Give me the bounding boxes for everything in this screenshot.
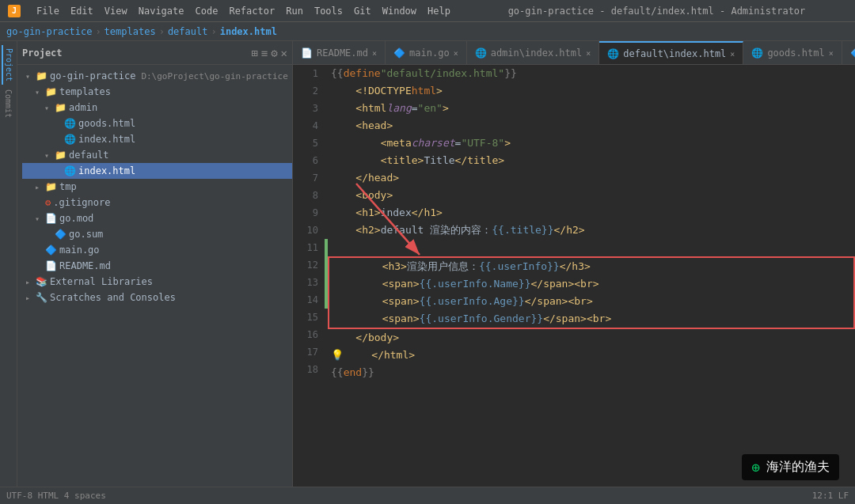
tree-tmp[interactable]: 📁 tmp (22, 179, 292, 195)
code-line-14: <span>{{.userInfo.Age}}</span><br> (329, 293, 853, 310)
folder-icon: 📁 (45, 86, 57, 97)
item-label: templates (59, 86, 111, 97)
tab-utils[interactable]: 🔷 utils.go × (842, 41, 855, 65)
tree-admin-index[interactable]: 🌐 index.html (22, 131, 292, 147)
left-tabs: Project Commit (0, 41, 17, 487)
code-content: 1 2 3 4 5 6 7 8 9 10 11 12 13 14 15 16 1… (293, 65, 855, 487)
file-tree: 📁 go-gin-practice D:\goProject\go-gin-pr… (0, 65, 292, 487)
tab-default-label: default\index.html (623, 48, 726, 59)
lib-icon: 📚 (36, 276, 48, 287)
tree-templates[interactable]: 📁 templates (22, 84, 292, 100)
tab-readme-label: README.md (317, 47, 368, 59)
go-icon: 🔷 (45, 244, 57, 256)
titlebar: J File Edit View Navigate Code Refactor … (0, 0, 855, 22)
tree-gomod[interactable]: 📄 go.mod (22, 210, 292, 226)
menu-file[interactable]: File (36, 6, 59, 17)
tab-goods[interactable]: 🌐 goods.html × (743, 41, 842, 65)
item-label: tmp (59, 181, 77, 192)
menu-view[interactable]: View (104, 6, 127, 17)
tree-external[interactable]: 📚 External Libraries (22, 274, 292, 290)
code-line-13: <span>{{.userInfo.Name}}</span><br> (329, 275, 853, 293)
mod-icon: 📄 (45, 213, 57, 224)
code-line-4: <head> (328, 117, 855, 135)
scratch-icon: 🔧 (36, 292, 48, 303)
code-line-8: <body> (328, 187, 855, 204)
folder-arrow (35, 214, 43, 223)
tree-readme[interactable]: 📄 README.md (22, 258, 292, 274)
tree-default[interactable]: 📁 default (22, 147, 292, 163)
breadcrumb-root[interactable]: go-gin-practice (6, 26, 92, 37)
html-icon: 🌐 (64, 118, 76, 129)
folder-arrow (25, 278, 33, 286)
tab-admin-close[interactable]: × (586, 49, 591, 58)
tree-maingo[interactable]: 🔷 main.go (22, 242, 292, 258)
tree-admin[interactable]: 📁 admin (22, 100, 292, 116)
editor-area: 📄 README.md × 🔷 main.go × 🌐 admin\index.… (293, 41, 855, 487)
panel-expand-icon[interactable]: ≡ (261, 47, 268, 59)
panel-close-icon[interactable]: ✕ (281, 47, 287, 59)
tab-main-label: main.go (409, 47, 450, 59)
tree-gitignore[interactable]: ⚙ .gitignore (22, 195, 292, 210)
status-left: UTF-8 HTML 4 spaces (6, 491, 106, 501)
app-logo: J (8, 5, 21, 17)
item-label: goods.html (78, 118, 135, 129)
menu-window[interactable]: Window (382, 6, 416, 17)
item-label: index.html (78, 165, 135, 176)
tab-goods-close[interactable]: × (829, 49, 834, 58)
panel-settings-icon[interactable]: ⚙ (271, 47, 277, 59)
folder-arrow (35, 183, 43, 191)
item-label: go.sum (69, 229, 103, 240)
code-line-10: <h2>default 渲染的内容：{{.title}}</h2> (328, 222, 855, 239)
root-path: D:\goProject\go-gin-practice (141, 71, 287, 81)
lightbulb-icon: 💡 (331, 347, 344, 364)
tab-readme[interactable]: 📄 README.md × (293, 41, 386, 65)
tree-goods-html[interactable]: 🌐 goods.html (22, 116, 292, 131)
tab-main-close[interactable]: × (454, 49, 458, 58)
code-line-9: <h1>index</h1> (328, 204, 855, 222)
menu-help[interactable]: Help (428, 6, 450, 17)
tab-admin-index[interactable]: 🌐 admin\index.html × (467, 41, 600, 65)
menu-refactor[interactable]: Refactor (229, 6, 275, 17)
breadcrumb-default[interactable]: default (168, 26, 208, 37)
item-label: default (69, 150, 109, 161)
menu-bar: File Edit View Navigate Code Refactor Ru… (36, 6, 450, 17)
folder-icon: 📁 (55, 150, 66, 161)
code-line-15: <span>{{.userInfo.Gender}}</span><br> (329, 310, 853, 328)
menu-navigate[interactable]: Navigate (139, 6, 184, 17)
code-line-2: <!DOCTYPE html> (328, 82, 855, 100)
breadcrumb-templates[interactable]: templates (104, 26, 156, 37)
tree-gosum[interactable]: 🔷 go.sum (22, 226, 292, 242)
project-tab[interactable]: Project (2, 45, 15, 85)
panel-toolbar: ⊞ ≡ ⚙ ✕ (251, 47, 287, 59)
commit-tab[interactable]: Commit (2, 86, 14, 121)
root-label: go-gin-practice (50, 70, 135, 81)
tree-default-index[interactable]: 🌐 index.html (22, 163, 292, 179)
item-label: main.go (59, 244, 100, 256)
tree-root[interactable]: 📁 go-gin-practice D:\goProject\go-gin-pr… (22, 68, 292, 84)
tab-bar: 📄 README.md × 🔷 main.go × 🌐 admin\index.… (293, 41, 855, 65)
menu-tools[interactable]: Tools (314, 6, 343, 17)
menu-run[interactable]: Run (286, 6, 303, 17)
menu-git[interactable]: Git (354, 6, 371, 17)
tree-scratches[interactable]: 🔧 Scratches and Consoles (22, 290, 292, 305)
menu-edit[interactable]: Edit (70, 6, 93, 17)
code-line-16: </body> (328, 329, 855, 347)
item-label: .gitignore (53, 197, 110, 208)
tab-default-index[interactable]: 🌐 default\index.html × (599, 41, 743, 65)
folder-arrow (44, 151, 52, 160)
panel-collapse-icon[interactable]: ⊞ (251, 47, 257, 59)
status-right: 12:1 LF (812, 491, 849, 501)
folder-arrow (25, 72, 33, 81)
tab-default-close[interactable]: × (730, 50, 735, 59)
code-line-17: 💡 </html> (328, 347, 855, 364)
git-icon: ⚙ (45, 197, 51, 208)
wechat-icon: ⊕ (751, 459, 760, 476)
tab-goods-label: goods.html (767, 47, 824, 59)
item-label: admin (69, 102, 97, 113)
folder-icon: 📁 (36, 70, 48, 81)
menu-code[interactable]: Code (196, 6, 218, 17)
html-tab-icon: 🌐 (607, 48, 619, 59)
tab-main[interactable]: 🔷 main.go × (386, 41, 467, 65)
tab-readme-close[interactable]: × (372, 49, 377, 58)
go-tab-icon: 🔷 (850, 47, 855, 59)
